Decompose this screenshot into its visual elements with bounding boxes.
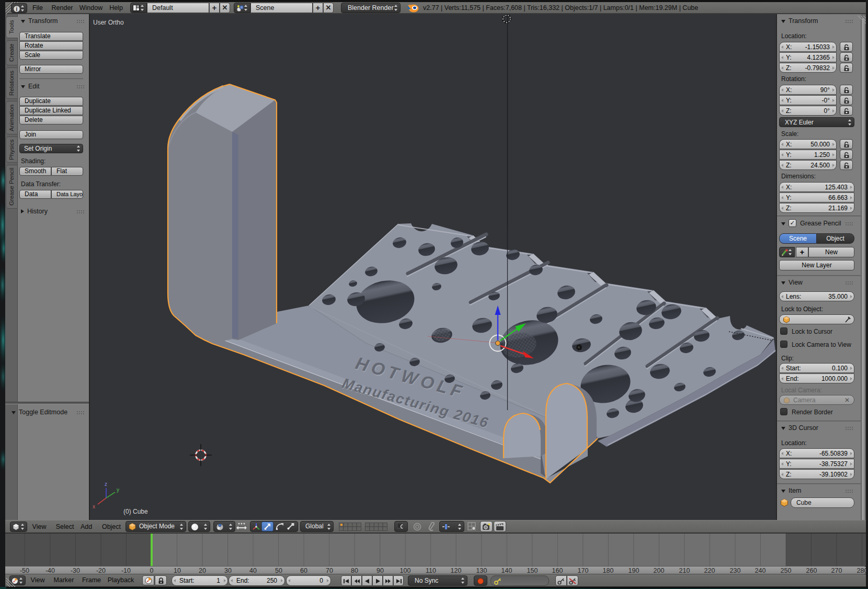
svg-text:y: y xyxy=(117,487,119,493)
svg-text:-50: -50 xyxy=(20,567,29,574)
svg-text:10: 10 xyxy=(174,567,181,574)
svg-text:230: 230 xyxy=(730,567,741,574)
svg-text:20: 20 xyxy=(199,567,206,574)
svg-text:140: 140 xyxy=(501,567,512,574)
svg-text:50: 50 xyxy=(275,567,282,574)
svg-text:-40: -40 xyxy=(45,567,55,574)
svg-text:260: 260 xyxy=(806,567,817,574)
svg-text:180: 180 xyxy=(603,567,614,574)
svg-text:x: x xyxy=(93,504,95,509)
svg-text:240: 240 xyxy=(755,567,766,574)
svg-text:-20: -20 xyxy=(96,567,106,574)
svg-text:210: 210 xyxy=(679,567,690,574)
svg-text:220: 220 xyxy=(704,567,715,574)
svg-text:170: 170 xyxy=(578,567,589,574)
svg-text:190: 190 xyxy=(629,567,639,574)
svg-text:60: 60 xyxy=(300,567,307,574)
svg-text:-10: -10 xyxy=(121,567,131,574)
svg-text:200: 200 xyxy=(654,567,665,574)
svg-text:90: 90 xyxy=(376,567,384,574)
svg-text:130: 130 xyxy=(476,567,487,574)
svg-text:40: 40 xyxy=(249,567,257,574)
svg-text:120: 120 xyxy=(451,567,462,574)
svg-text:160: 160 xyxy=(552,567,563,574)
svg-text:z: z xyxy=(105,481,107,487)
svg-text:i: i xyxy=(16,6,18,12)
svg-text:80: 80 xyxy=(351,567,358,574)
svg-text:270: 270 xyxy=(831,567,842,574)
svg-text:70: 70 xyxy=(326,567,333,574)
svg-text:-30: -30 xyxy=(71,567,80,574)
svg-text:110: 110 xyxy=(426,567,436,574)
svg-text:0: 0 xyxy=(150,567,154,574)
svg-text:250: 250 xyxy=(781,567,792,574)
svg-text:150: 150 xyxy=(527,567,538,574)
svg-text:100: 100 xyxy=(400,567,411,574)
svg-text:30: 30 xyxy=(224,567,232,574)
